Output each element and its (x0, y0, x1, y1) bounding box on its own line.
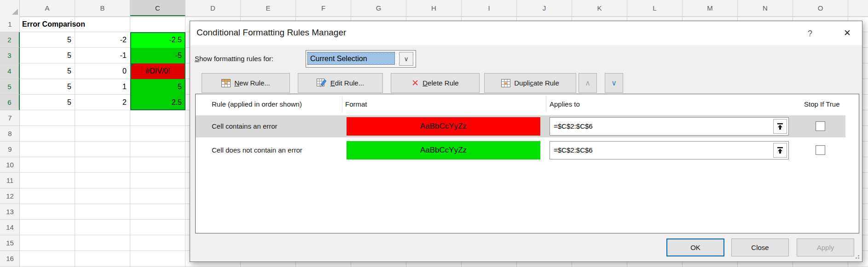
collapse-dialog-icon (777, 147, 783, 154)
mnemonic: S (195, 55, 199, 62)
move-rule-up-button[interactable]: ∧ (579, 73, 597, 93)
edit-rule-button[interactable]: Edit Rule... (298, 73, 383, 93)
dialog-titlebar[interactable]: Conditional Formatting Rules Manager ? ✕ (190, 21, 862, 45)
chevron-down-icon: ∨ (611, 79, 617, 87)
row-header-4[interactable]: 4 (0, 63, 20, 79)
rule-row[interactable]: Cell contains an errorAaBbCcYyZz=$C$2:$C… (196, 115, 845, 137)
new-rule-grid-icon (221, 79, 231, 87)
row-header-12[interactable]: 12 (0, 188, 20, 204)
column-header-d[interactable]: D (185, 0, 241, 16)
row-header-15[interactable]: 15 (0, 235, 20, 251)
cell-a5[interactable]: 5 (20, 79, 75, 95)
column-header-b[interactable]: B (75, 0, 130, 16)
row-header-3[interactable]: 3 (0, 48, 20, 63)
header-applies-to: Applies to (550, 94, 580, 114)
column-header-e[interactable]: E (241, 0, 296, 16)
row-headers: 12345678910111213141516 (0, 17, 20, 267)
dropdown-selected-value[interactable]: Current Selection (307, 52, 395, 65)
stop-if-true-checkbox[interactable] (816, 145, 825, 155)
label-text: how formatting rules for: (199, 55, 273, 62)
header-stop-if-true: Stop If True (804, 94, 840, 114)
column-header-j[interactable]: J (517, 0, 572, 16)
column-header-m[interactable]: M (683, 0, 738, 16)
conditional-formatting-rules-manager-dialog: Conditional Formatting Rules Manager ? ✕… (190, 21, 862, 262)
show-rules-dropdown[interactable]: Current Selection ∨ (306, 50, 416, 68)
row-header-6[interactable]: 6 (0, 95, 20, 110)
column-header-o[interactable]: O (793, 0, 848, 16)
chevron-up-icon: ∧ (585, 79, 590, 87)
excel-window: ABCDEFGHIJKLMNO 12345678910111213141516 … (0, 0, 868, 267)
column-header-k[interactable]: K (572, 0, 627, 16)
chevron-down-icon[interactable]: ∨ (399, 52, 413, 66)
row-header-14[interactable]: 14 (0, 220, 20, 235)
cell-b4[interactable]: 0 (75, 63, 130, 79)
column-divider (342, 96, 342, 113)
cell-b6[interactable]: 2 (75, 95, 130, 110)
cell-a3[interactable]: 5 (20, 48, 75, 63)
applies-to-input[interactable]: =$C$2:$C$6 (550, 141, 789, 159)
row-header-8[interactable]: 8 (0, 126, 20, 142)
column-header-h[interactable]: H (406, 0, 462, 16)
delete-rule-button[interactable]: ✕ Delete Rule (391, 73, 480, 93)
select-all-triangle-icon (12, 9, 18, 15)
duplicate-rule-grid-icon (501, 79, 510, 87)
rule-row[interactable]: Cell does not contain an errorAaBbCcYyZz… (196, 139, 860, 161)
move-rule-down-button[interactable]: ∨ (605, 73, 623, 93)
applies-to-input[interactable]: =$C$2:$C$6 (550, 117, 789, 136)
row-header-1[interactable]: 1 (0, 17, 20, 32)
row-header-2[interactable]: 2 (0, 32, 20, 48)
column-header-g[interactable]: G (351, 0, 406, 16)
cell-a2[interactable]: 5 (20, 32, 75, 48)
collapse-dialog-button[interactable] (773, 119, 787, 134)
column-headers: ABCDEFGHIJKLMNO (0, 0, 868, 17)
stop-if-true-checkbox[interactable] (816, 121, 825, 131)
rule-name: Cell contains an error (212, 115, 278, 137)
cell-c3[interactable]: -5 (130, 48, 185, 63)
ok-button[interactable]: OK (666, 239, 724, 256)
header-format: Format (345, 94, 367, 114)
resize-grip[interactable] (854, 253, 859, 259)
cell-b3[interactable]: -1 (75, 48, 130, 63)
applies-to-value: =$C$2:$C$6 (554, 142, 593, 159)
cell-a4[interactable]: 5 (20, 63, 75, 79)
duplicate-rule-label: Duplicate Rule (514, 79, 559, 87)
close-icon[interactable]: ✕ (838, 26, 856, 40)
row-header-16[interactable]: 16 (0, 251, 20, 267)
format-preview-swatch: AaBbCcYyZz (347, 117, 540, 136)
close-button[interactable]: Close (731, 239, 789, 256)
new-rule-button[interactable]: New Rule... (202, 73, 290, 93)
header-rule: Rule (applied in order shown) (212, 94, 302, 114)
cell-a6[interactable]: 5 (20, 95, 75, 110)
column-header-a[interactable]: A (20, 0, 75, 16)
row-header-9[interactable]: 9 (0, 142, 20, 157)
row-header-11[interactable]: 11 (0, 173, 20, 188)
delete-rule-label: Delete Rule (422, 79, 458, 87)
cell-b2[interactable]: -2 (75, 32, 130, 48)
collapse-dialog-button[interactable] (773, 143, 787, 158)
cell-c6[interactable]: 2.5 (130, 95, 185, 110)
column-header-i[interactable]: I (462, 0, 517, 16)
column-header-c[interactable]: C (130, 0, 185, 16)
error-indicator-triangle (130, 63, 134, 68)
cell-c4[interactable]: #DIV/0! (130, 63, 185, 79)
select-all-corner[interactable] (0, 0, 20, 16)
format-preview-swatch: AaBbCcYyZz (347, 141, 540, 159)
cell-c5[interactable]: 5 (130, 79, 185, 95)
duplicate-rule-button[interactable]: Duplicate Rule (484, 73, 576, 93)
show-rules-label: Show formatting rules for: (195, 53, 273, 64)
apply-button[interactable]: Apply (797, 239, 854, 256)
new-rule-label: New Rule... (234, 79, 270, 87)
column-header-n[interactable]: N (738, 0, 793, 16)
cell-b5[interactable]: 1 (75, 79, 130, 95)
column-header-f[interactable]: F (296, 0, 351, 16)
row-header-10[interactable]: 10 (0, 157, 20, 173)
rules-list: Rule (applied in order shown) Format App… (195, 94, 859, 233)
help-button[interactable]: ? (802, 27, 818, 40)
edit-rule-pencil-icon (317, 79, 327, 87)
cell-a1[interactable]: Error Comparison (22, 17, 85, 32)
row-header-13[interactable]: 13 (0, 204, 20, 220)
cell-c2[interactable]: -2.5 (130, 32, 185, 48)
column-header-l[interactable]: L (627, 0, 683, 16)
row-header-7[interactable]: 7 (0, 110, 20, 126)
row-header-5[interactable]: 5 (0, 79, 20, 95)
